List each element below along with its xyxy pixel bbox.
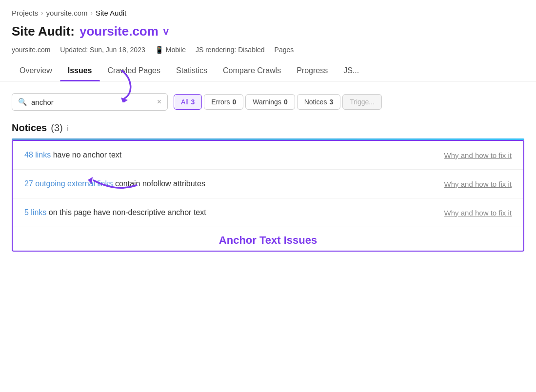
filter-all-label: All [181,98,189,106]
breadcrumb: Projects › yoursite.com › Site Audit [0,0,536,22]
meta-bar: yoursite.com Updated: Sun, Jun 18, 2023 … [0,44,536,61]
tab-issues[interactable]: Issues [60,61,100,81]
issue-3-fix-link[interactable]: Why and how to fix it [444,209,512,217]
breadcrumb-sep-2: › [91,9,93,17]
breadcrumb-sep-1: › [41,9,43,17]
site-chevron-icon[interactable]: v [163,26,169,37]
tabs-bar: Overview Issues Crawled Pages Statistics… [0,61,536,81]
section-title: Notices [12,122,47,134]
filter-notices[interactable]: Notices 3 [297,94,340,110]
annotation-label: Anchor Text Issues [13,227,523,251]
issue-2-link[interactable]: 27 outgoing external links [24,179,113,188]
breadcrumb-projects[interactable]: Projects [12,9,38,17]
trigger-button[interactable]: Trigge... [342,94,382,110]
tab-crawled-pages[interactable]: Crawled Pages [100,61,169,81]
filter-warnings-label: Warnings [253,98,281,106]
info-icon[interactable]: i [67,124,69,132]
issues-box: 48 links have no anchor text Why and how… [12,140,524,252]
breadcrumb-current: Site Audit [96,9,126,17]
page-title-label: Site Audit: [12,24,75,39]
tab-progress[interactable]: Progress [289,61,336,81]
filter-notices-count: 3 [329,98,333,106]
section-header: Notices (3) i [12,122,524,138]
page-title-row: Site Audit: yoursite.com v [0,22,536,44]
filter-warnings-count: 0 [284,98,288,106]
issue-3-link[interactable]: 5 links [24,208,46,216]
filter-errors-count: 0 [232,98,236,106]
issue-1-link[interactable]: 48 links [24,151,51,159]
tab-compare-crawls[interactable]: Compare Crawls [215,61,289,81]
filter-tabs: All 3 Errors 0 Warnings 0 Notices 3 Trig… [174,94,382,110]
issue-2-description: contain nofollow attributes [115,179,205,188]
search-icon: 🔍 [18,98,27,106]
mobile-icon: 📱 [155,46,163,54]
search-input[interactable] [31,98,153,106]
filter-row: 🔍 × All 3 Errors 0 Warnings 0 [12,93,524,111]
meta-updated: Updated: Sun, Jun 18, 2023 [60,46,145,54]
meta-device: 📱 Mobile [155,46,186,54]
tab-overview[interactable]: Overview [12,61,60,81]
issue-row-3: 5 links on this page have non-descriptiv… [13,198,523,227]
meta-pages: Pages [275,46,294,54]
filter-notices-label: Notices [304,98,327,106]
issue-2-fix-link[interactable]: Why and how to fix it [444,180,512,188]
tab-statistics[interactable]: Statistics [168,61,215,81]
issue-row-1: 48 links have no anchor text Why and how… [13,141,523,170]
filter-errors[interactable]: Errors 0 [204,94,243,110]
filter-all[interactable]: All 3 [174,94,202,110]
site-name[interactable]: yoursite.com [79,24,159,39]
issue-row-2: 27 outgoing external links contain nofol… [13,170,523,198]
filter-errors-label: Errors [211,98,230,106]
filter-warnings[interactable]: Warnings 0 [245,94,295,110]
search-box[interactable]: 🔍 × [12,93,168,111]
issue-1-description: have no anchor text [53,151,122,159]
filter-all-count: 3 [191,98,195,106]
search-clear-icon[interactable]: × [157,98,161,106]
tab-js[interactable]: JS... [336,61,367,81]
issue-1-fix-link[interactable]: Why and how to fix it [444,151,512,159]
issue-3-description: on this page have non-descriptive anchor… [49,208,206,216]
meta-site: yoursite.com [12,46,50,54]
content-area: 🔍 × All 3 Errors 0 Warnings 0 [0,81,536,252]
breadcrumb-site[interactable]: yoursite.com [46,9,88,17]
section-count: (3) [51,122,62,134]
meta-js-rendering: JS rendering: Disabled [196,46,265,54]
